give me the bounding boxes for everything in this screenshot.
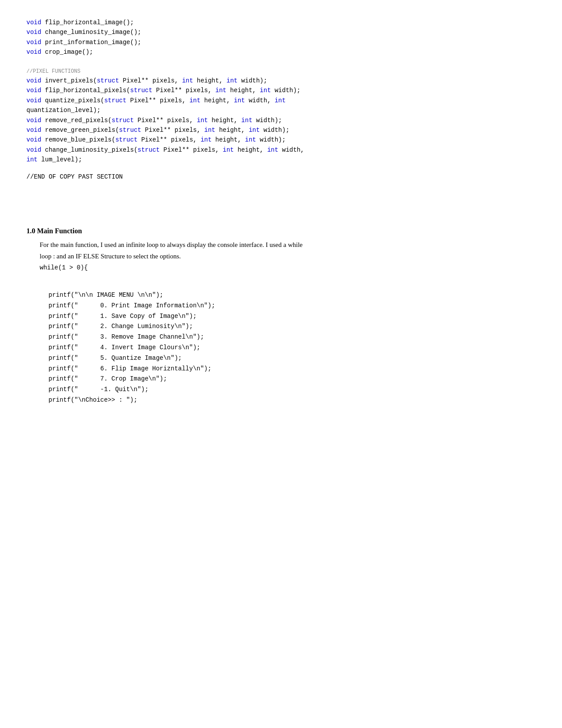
int-kw-13: int — [245, 136, 256, 143]
struct-kw-7: struct — [138, 146, 160, 153]
section-1-heading: 1.0 Main Function — [26, 227, 536, 235]
pixel-comment: //PIXEL FUNCTIONS — [26, 68, 80, 75]
int-kw-11: int — [249, 127, 260, 134]
void-keyword-2: void — [26, 29, 41, 36]
int-kw-3: int — [216, 87, 227, 94]
void-kw-10: void — [26, 136, 41, 143]
void-kw-11: void — [26, 146, 41, 153]
int-kw-2: int — [227, 77, 238, 84]
void-keyword-4: void — [26, 49, 41, 56]
section-body-line1: For the main function, I used an infinit… — [40, 241, 303, 248]
end-copy-comment: //END OF COPY PAST SECTION — [26, 173, 536, 180]
int-kw-6: int — [234, 97, 245, 104]
struct-kw-1: struct — [97, 77, 119, 84]
int-kw-10: int — [204, 127, 215, 134]
while-line: while(1 > 0){ — [40, 264, 88, 271]
pixel-functions-block: //PIXEL FUNCTIONS void invert_pixels(str… — [26, 66, 536, 165]
int-kw-4: int — [260, 87, 271, 94]
int-kw-9: int — [241, 117, 252, 124]
struct-kw-6: struct — [115, 136, 138, 143]
struct-kw-4: struct — [112, 117, 134, 124]
struct-kw-3: struct — [104, 97, 126, 104]
void-kw-7: void — [26, 97, 41, 104]
int-kw-12: int — [201, 136, 212, 143]
void-kw-5: void — [26, 77, 41, 84]
void-kw-8: void — [26, 117, 41, 124]
void-kw-6: void — [26, 87, 41, 94]
struct-kw-2: struct — [130, 87, 152, 94]
int-kw-16: int — [26, 156, 37, 163]
section-1-body: For the main function, I used an infinit… — [40, 239, 536, 273]
void-keyword-1: void — [26, 19, 41, 26]
printf-block: printf("\n\n IMAGE MENU \n\n"); printf("… — [48, 290, 536, 406]
int-kw-5: int — [190, 97, 201, 104]
void-functions-block: void flip_horizontal_image(); void chang… — [26, 18, 536, 57]
void-keyword-3: void — [26, 39, 41, 46]
int-kw-15: int — [267, 146, 278, 153]
int-kw-1: int — [182, 77, 193, 84]
int-kw-8: int — [197, 117, 208, 124]
int-kw-14: int — [223, 146, 234, 153]
section-body-line2: loop : and an IF ELSE Structure to selec… — [40, 253, 181, 260]
struct-kw-5: struct — [119, 127, 141, 134]
int-kw-7: int — [275, 97, 286, 104]
void-kw-9: void — [26, 127, 41, 134]
